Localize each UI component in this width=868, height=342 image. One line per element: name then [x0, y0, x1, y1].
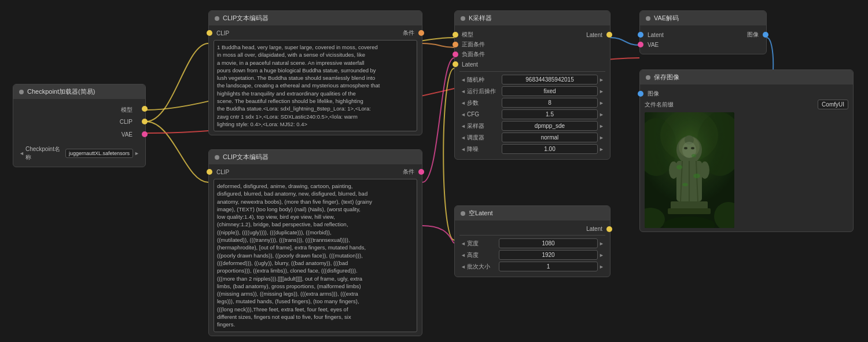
steps-value[interactable]: 8 [502, 98, 598, 108]
clip2-input-label: CLIP [216, 169, 229, 175]
clip-out-port[interactable] [142, 119, 148, 124]
clip1-in-port[interactable] [207, 30, 212, 36]
clip1-header: CLIP文本编码器 [209, 11, 422, 25]
checkpoint-status-dot [19, 90, 24, 94]
clip2-text[interactable]: deformed, disfigured, anime, drawing, ca… [214, 179, 417, 332]
checkpoint-node: Checkpoint加载器(简易) 模型 CLIP VAE ◄ Checkpoi… [13, 84, 146, 167]
batch-arrow-left[interactable]: ◄ [459, 264, 467, 270]
width-value[interactable]: 1080 [499, 238, 598, 248]
ksampler-positive-label: 正面条件 [462, 41, 485, 49]
vae-vae-port[interactable] [638, 42, 643, 47]
height-arrow-left[interactable]: ◄ [459, 252, 467, 258]
ksampler-node: K采样器 模型 Latent 正面条件 负面条件 Latent ◄ [454, 10, 610, 160]
clip1-status-dot [215, 16, 219, 21]
vae-latent-in-port[interactable] [638, 32, 643, 38]
checkpoint-arrow-right[interactable]: ► [133, 150, 141, 156]
steps-arrow-right[interactable]: ► [598, 100, 605, 106]
output-image-preview [645, 112, 734, 228]
cfg-arrow-right[interactable]: ► [598, 112, 605, 117]
denoise-arrow-right[interactable]: ► [598, 146, 605, 152]
ksampler-latent-port[interactable] [453, 61, 458, 67]
runafter-arrow-right[interactable]: ► [598, 89, 605, 94]
save-image-label: 图像 [648, 90, 659, 98]
denoise-value[interactable]: 1.00 [502, 144, 598, 154]
vae-status-dot [646, 16, 650, 21]
seed-value[interactable]: 968344385942015 [502, 75, 598, 84]
filename-value[interactable]: ComfyUI [818, 100, 848, 109]
steps-arrow-left[interactable]: ◄ [459, 100, 467, 106]
clip2-out-port[interactable] [418, 169, 424, 175]
seed-arrow-right[interactable]: ► [598, 77, 605, 83]
checkpoint-arrow-left[interactable]: ◄ [18, 150, 25, 156]
save-status-dot [646, 75, 650, 80]
vae-out-label: VAE [122, 131, 133, 138]
height-arrow-right[interactable]: ► [598, 252, 605, 258]
clip1-output-label: 条件 [403, 29, 414, 37]
save-header: 保存图像 [640, 70, 853, 84]
runafter-label: 运行后操作 [467, 87, 502, 95]
vae-latent-label: Latent [648, 32, 664, 38]
cfg-arrow-left[interactable]: ◄ [459, 112, 467, 117]
filename-label: 文件名前缀 [645, 101, 674, 109]
vae-vae-label: VAE [648, 42, 659, 48]
height-value[interactable]: 1920 [499, 250, 598, 260]
svg-rect-26 [645, 112, 734, 228]
width-label: 宽度 [467, 240, 499, 248]
model-out-label: 模型 [121, 106, 133, 114]
ksampler-latent-out-port[interactable] [606, 32, 612, 38]
width-arrow-right[interactable]: ► [598, 241, 605, 247]
latent-out-port[interactable] [606, 226, 612, 232]
scheduler-arrow-right[interactable]: ► [598, 135, 605, 141]
latent-node: 空Latent Latent ◄ 宽度 1080 ► ◄ 高度 1920 ► ◄… [454, 205, 610, 277]
ksampler-negative-port[interactable] [453, 52, 458, 57]
ksampler-model-port[interactable] [453, 32, 458, 38]
clip-out-label: CLIP [120, 119, 133, 125]
clip2-in-port[interactable] [207, 169, 212, 175]
batch-label: 批次大小 [467, 263, 499, 271]
scheduler-value[interactable]: normal [502, 133, 598, 142]
checkpoint-value[interactable]: juggernauttXL.safetensors [65, 149, 133, 158]
height-label: 高度 [467, 251, 499, 259]
latent-out-label: Latent [586, 226, 602, 232]
ksampler-latent-out-label: Latent [586, 32, 602, 38]
ksampler-status-dot [461, 16, 465, 21]
ksampler-header: K采样器 [455, 11, 610, 25]
denoise-arrow-left[interactable]: ◄ [459, 146, 467, 152]
checkpoint-param-label: Checkpoint名称 [25, 145, 63, 161]
vae-out-port[interactable] [142, 131, 148, 137]
batch-arrow-right[interactable]: ► [598, 264, 605, 270]
clip1-text[interactable]: 1 Buddha head, very large, super large, … [214, 40, 417, 131]
scheduler-arrow-left[interactable]: ◄ [459, 135, 467, 141]
sampler-value[interactable]: dpmpp_sde [502, 121, 598, 131]
runafter-arrow-left[interactable]: ◄ [459, 89, 467, 94]
clip2-title: CLIP文本编码器 [223, 153, 269, 161]
sampler-arrow-left[interactable]: ◄ [459, 123, 467, 129]
ksampler-title: K采样器 [469, 14, 492, 23]
latent-title: 空Latent [469, 209, 493, 218]
cfg-label: CFG [467, 111, 502, 117]
cfg-value[interactable]: 1.5 [502, 109, 598, 119]
ksampler-negative-label: 负面条件 [462, 50, 485, 58]
width-arrow-left[interactable]: ◄ [459, 241, 467, 247]
batch-value[interactable]: 1 [499, 262, 598, 271]
seed-label: 随机种 [467, 76, 502, 84]
latent-header: 空Latent [455, 206, 610, 220]
clip1-title: CLIP文本编码器 [223, 14, 269, 23]
checkpoint-title: Checkpoint加载器(简易) [27, 87, 95, 96]
latent-status-dot [461, 211, 465, 216]
clip2-node: CLIP文本编码器 CLIP 条件 deformed, disfigured, … [208, 149, 422, 336]
sampler-arrow-right[interactable]: ► [598, 123, 605, 129]
vae-title: VAE解码 [654, 14, 679, 23]
model-out-port[interactable] [142, 106, 148, 112]
ksampler-latent-label: Latent [462, 61, 478, 68]
ksampler-positive-port[interactable] [453, 42, 458, 47]
denoise-label: 降噪 [467, 145, 502, 153]
seed-arrow-left[interactable]: ◄ [459, 77, 467, 83]
clip2-output-label: 条件 [403, 168, 414, 176]
vae-image-out-port[interactable] [763, 32, 768, 38]
runafter-value[interactable]: fixed [502, 86, 598, 96]
vae-header: VAE解码 [640, 11, 766, 25]
clip1-out-port[interactable] [418, 30, 424, 36]
save-image-port[interactable] [638, 91, 643, 97]
scheduler-label: 调度器 [467, 134, 502, 142]
